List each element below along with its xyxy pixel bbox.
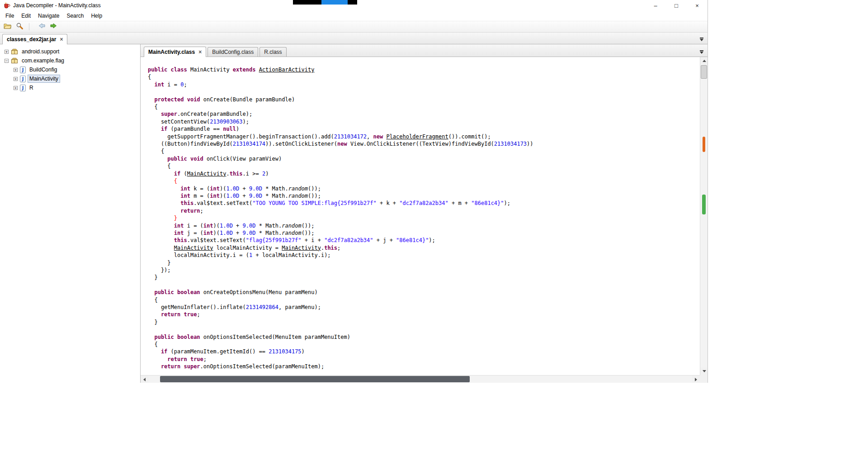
window-controls: – □ × (645, 0, 708, 11)
editor-tab-buildconfig-class[interactable]: BuildConfig.class (208, 47, 258, 57)
code-line: public boolean onOptionsItemSelected(Men… (148, 333, 700, 341)
code-line: return super.onOptionsItemSelected(param… (148, 363, 700, 370)
editor-tab-r-class[interactable]: R.class (259, 47, 286, 57)
code-line: } (148, 214, 700, 222)
code-line: ((Button)findViewById(2131034174)).setOn… (148, 140, 700, 147)
scroll-marker-orange (703, 137, 705, 152)
code-line: int i = 0; (148, 81, 700, 88)
code-line: int m = (int)(1.0D + 9.0D * Math.random(… (148, 192, 700, 200)
code-line: if (MainActivity.this.i >= 2) (148, 170, 700, 177)
arrow-right-icon (695, 378, 697, 381)
tree-label: R (28, 84, 35, 91)
code-line: if (paramMenuItem.getItemId() == 2131034… (148, 348, 700, 355)
class-icon: J (20, 76, 26, 82)
tab-close-icon[interactable]: × (60, 37, 63, 42)
code-line: if (paramBundle == null) (148, 125, 700, 133)
svg-text:J: J (22, 76, 24, 81)
arrow-up-icon (703, 60, 706, 62)
code-line: { (148, 162, 700, 170)
arrow-left-icon (143, 378, 146, 381)
package-icon (11, 48, 18, 55)
tree-item-mainactivity[interactable]: +JMainActivity (0, 74, 140, 83)
class-icon: J (20, 85, 26, 91)
search-button[interactable] (14, 22, 25, 32)
tab-close-icon[interactable]: × (198, 49, 202, 55)
code-line: { (148, 296, 700, 304)
scroll-up-button[interactable] (700, 57, 708, 65)
back-button[interactable] (36, 22, 47, 32)
tab-label: classes_dex2jar.jar (7, 36, 56, 43)
editor-panel: MainActivity.class×BuildConfig.classR.cl… (141, 44, 708, 383)
menu-file[interactable]: File (2, 12, 18, 20)
minimize-button[interactable]: – (645, 0, 666, 11)
code-line: } (148, 274, 700, 281)
expand-icon[interactable]: + (14, 77, 18, 81)
tab-label: MainActivity.class (148, 49, 195, 55)
tree-item-com-example-flag[interactable]: −com.example.flag (0, 56, 140, 65)
tab-list-dropdown-icon[interactable] (699, 38, 704, 41)
app-icon (3, 2, 10, 9)
menu-edit[interactable]: Edit (18, 12, 34, 20)
code-line: return; (148, 207, 700, 214)
menu-navigate[interactable]: Navigate (34, 12, 63, 20)
scroll-marker-green (702, 195, 706, 214)
package-tree-panel: +android.support−com.example.flag+JBuild… (0, 44, 141, 383)
code-line: { (148, 103, 700, 110)
code-editor[interactable]: public class MainActivity extends Action… (141, 57, 700, 375)
class-icon: J (20, 67, 26, 73)
horizontal-scrollbar[interactable] (141, 375, 700, 383)
code-line: protected void onCreate(Bundle paramBund… (148, 96, 700, 103)
code-line: int i = (int)(1.0D + 9.0D * Math.random(… (148, 222, 700, 229)
expand-icon[interactable]: + (5, 50, 9, 54)
editor-tab-bar: MainActivity.class×BuildConfig.classR.cl… (141, 44, 708, 57)
toolbar (0, 21, 708, 33)
svg-text:J: J (22, 67, 24, 72)
open-file-button[interactable] (2, 22, 14, 32)
code-line: localMainActivity.i = (1 + localMainActi… (148, 252, 700, 259)
menu-search[interactable]: Search (63, 12, 87, 20)
collapse-icon[interactable]: − (5, 59, 9, 63)
jar-tab-classes-dex2jar-jar[interactable]: classes_dex2jar.jar× (2, 34, 67, 44)
tree-item-android-support[interactable]: +android.support (0, 47, 140, 56)
code-line: } (148, 319, 700, 326)
code-line: public class MainActivity extends Action… (148, 66, 700, 73)
code-line: MainActivity localMainActivity = MainAct… (148, 244, 700, 252)
expand-icon[interactable]: + (14, 86, 18, 90)
tree-label: MainActivity (28, 75, 60, 82)
scrollbar-corner (700, 375, 708, 383)
expand-icon[interactable]: + (14, 68, 18, 72)
tab-list-dropdown-icon[interactable] (699, 50, 704, 54)
vertical-scroll-thumb[interactable] (701, 65, 707, 79)
vertical-scrollbar[interactable] (700, 57, 708, 375)
editor-tab-mainactivity-class[interactable]: MainActivity.class× (144, 47, 206, 57)
tree-label: android.support (20, 48, 61, 55)
code-line: super.onCreate(paramBundle); (148, 110, 700, 118)
tree-item-r[interactable]: +JR (0, 83, 140, 92)
close-button[interactable]: × (687, 0, 708, 11)
forward-arrow-icon (50, 22, 57, 31)
jar-tab-bar: classes_dex2jar.jar× (0, 33, 708, 44)
scroll-left-button[interactable] (141, 376, 148, 383)
scroll-right-button[interactable] (692, 376, 700, 383)
code-line: getMenuInflater().inflate(2131492864, pa… (148, 304, 700, 311)
arrow-down-icon (703, 370, 706, 372)
code-line: }); (148, 266, 700, 274)
horizontal-scroll-thumb[interactable] (160, 376, 470, 382)
open-folder-icon (4, 23, 12, 31)
tree-item-buildconfig[interactable]: +JBuildConfig (0, 65, 140, 74)
forward-button[interactable] (47, 22, 59, 32)
code-line: { (148, 73, 700, 81)
code-line: } (148, 259, 700, 266)
main-area: +android.support−com.example.flag+JBuild… (0, 44, 708, 383)
maximize-button[interactable]: □ (666, 0, 687, 11)
code-line: public boolean onCreateOptionsMenu(Menu … (148, 289, 700, 296)
tab-label: R.class (264, 49, 282, 55)
toolbar-separator (29, 23, 29, 30)
tree-label: BuildConfig (28, 66, 58, 73)
code-line: this.val$text.setText("TOO YOUNG TOO SIM… (148, 200, 700, 207)
code-line (148, 281, 700, 289)
menu-help[interactable]: Help (87, 12, 106, 20)
scroll-down-button[interactable] (700, 367, 708, 375)
code-line: return true; (148, 311, 700, 318)
code-line: { (148, 341, 700, 348)
